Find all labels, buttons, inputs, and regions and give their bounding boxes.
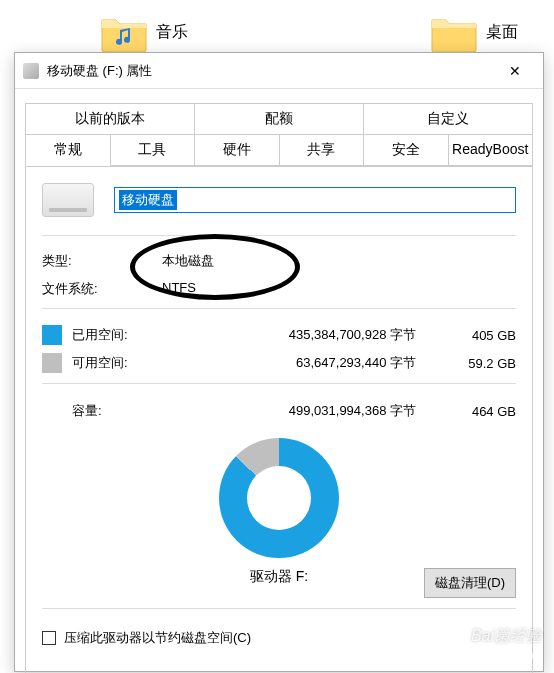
- disk-cleanup-button[interactable]: 磁盘清理(D): [424, 568, 516, 598]
- tab-security[interactable]: 安全: [364, 134, 449, 166]
- divider: [42, 608, 516, 609]
- tabs-row-1: 以前的版本 配额 自定义: [15, 103, 543, 135]
- used-space-gb: 405 GB: [446, 328, 516, 343]
- compress-checkbox[interactable]: [42, 631, 56, 645]
- compress-label: 压缩此驱动器以节约磁盘空间(C): [64, 629, 251, 647]
- dialog-title: 移动硬盘 (F:) 属性: [47, 62, 495, 80]
- folder-icon: [100, 12, 148, 52]
- watermark-sub: jingyan.baidu.com: [461, 650, 542, 661]
- tab-content-general: 移动硬盘 类型: 本地磁盘 文件系统: NTFS 已用空间: 435,384,7…: [25, 166, 533, 673]
- divider: [42, 308, 516, 309]
- tab-previous-versions[interactable]: 以前的版本: [25, 103, 195, 135]
- type-value: 本地磁盘: [162, 252, 214, 270]
- tab-tools[interactable]: 工具: [111, 134, 196, 166]
- properties-dialog: 移动硬盘 (F:) 属性 ✕ 以前的版本 配额 自定义 常规 工具 硬件 共享 …: [14, 52, 544, 672]
- titlebar: 移动硬盘 (F:) 属性 ✕: [15, 53, 543, 89]
- tab-general[interactable]: 常规: [25, 134, 111, 166]
- drive-caption: 驱动器 F:: [250, 568, 308, 586]
- used-space-bytes: 435,384,700,928 字节: [162, 326, 446, 344]
- free-space-swatch: [42, 353, 62, 373]
- capacity-label: 容量:: [72, 402, 162, 420]
- filesystem-label: 文件系统:: [42, 280, 142, 298]
- folder-icon: [430, 12, 478, 52]
- capacity-gb: 464 GB: [446, 404, 516, 419]
- tab-customize[interactable]: 自定义: [364, 103, 533, 135]
- tab-hardware[interactable]: 硬件: [195, 134, 280, 166]
- close-icon: ✕: [509, 63, 521, 79]
- drive-name-value: 移动硬盘: [119, 190, 177, 210]
- free-space-label: 可用空间:: [72, 354, 162, 372]
- tab-readyboost[interactable]: ReadyBoost: [449, 134, 534, 166]
- divider: [42, 235, 516, 236]
- capacity-bytes: 499,031,994,368 字节: [162, 402, 446, 420]
- tab-quota[interactable]: 配额: [195, 103, 364, 135]
- folder-desktop[interactable]: 桌面: [430, 12, 518, 52]
- tab-sharing[interactable]: 共享: [280, 134, 365, 166]
- folder-music[interactable]: 音乐: [100, 12, 188, 52]
- folder-label: 音乐: [156, 22, 188, 43]
- divider: [42, 383, 516, 384]
- folder-label: 桌面: [486, 22, 518, 43]
- type-label: 类型:: [42, 252, 142, 270]
- used-space-label: 已用空间:: [72, 326, 162, 344]
- free-space-gb: 59.2 GB: [446, 356, 516, 371]
- free-space-bytes: 63,647,293,440 字节: [162, 354, 446, 372]
- used-space-swatch: [42, 325, 62, 345]
- drive-name-input[interactable]: 移动硬盘: [114, 187, 516, 213]
- drive-icon: [42, 183, 94, 217]
- close-button[interactable]: ✕: [495, 56, 535, 86]
- tabs-row-2: 常规 工具 硬件 共享 安全 ReadyBoost: [15, 134, 543, 166]
- drive-small-icon: [23, 63, 39, 79]
- disk-usage-donut-chart: [219, 438, 339, 558]
- filesystem-value: NTFS: [162, 280, 196, 298]
